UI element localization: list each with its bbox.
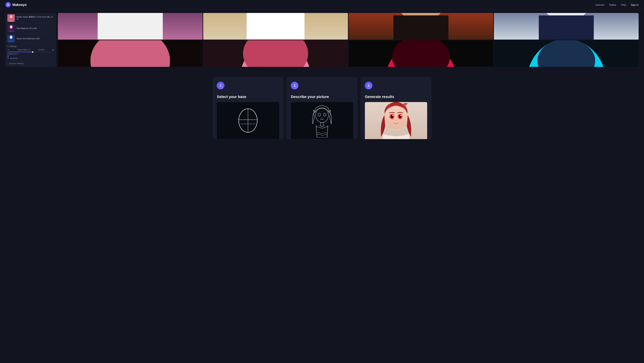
chevron-down-icon: ▾: [8, 45, 8, 48]
step-2-badge: 2: [291, 82, 298, 89]
svg-point-48: [316, 108, 328, 123]
svg-rect-23: [394, 16, 448, 40]
aspect-ratio-row: <> Aspect Ratio: 1:1 512,512: [8, 49, 54, 51]
step-1-badge: 1: [217, 82, 224, 89]
step-1-title: Select your base: [217, 95, 279, 99]
lineart-character-icon: [308, 104, 336, 137]
svg-point-37: [243, 40, 308, 67]
image-grid-wrapper: [58, 13, 638, 67]
svg-point-40: [392, 40, 450, 67]
svg-point-1: [8, 3, 8, 4]
svg-point-3: [10, 15, 12, 18]
svg-point-34: [90, 40, 170, 67]
aspect-ratio-label: Aspect Ratio: 1:1: [18, 49, 30, 51]
step-3-badge: 3: [365, 82, 372, 89]
advanced-label: Advanced: [10, 57, 17, 59]
grid-cell-0[interactable]: [58, 13, 202, 40]
discord-link[interactable]: Discord: [596, 3, 604, 6]
svg-point-5: [10, 25, 12, 29]
image-count-label: Image count: 1: [8, 53, 18, 55]
signin-link[interactable]: Sign In: [631, 3, 638, 6]
grid-cell-4[interactable]: [58, 40, 202, 67]
chevron-right-icon: ›: [8, 63, 8, 65]
sidebar-panel: Miyako Saitou 齋藤都子 | Oshi no Ko 推しの子 Dar…: [6, 13, 56, 67]
step-card-2: 2 Describe your picture: [287, 77, 357, 139]
gear-icon: ⚙: [8, 57, 9, 59]
step-1-image: [217, 102, 279, 139]
arrow-up-icon: [52, 49, 54, 50]
upscaler-row[interactable]: › Upscaler Settings: [6, 62, 56, 66]
grid-cell-7[interactable]: [494, 40, 638, 67]
navbar: Makeayo Discord Twitter FAQ Sign In: [0, 0, 644, 10]
sidebar-item-0[interactable]: Miyako Saitou 齋藤都子 | Oshi no Ko 推しの子: [6, 13, 56, 23]
navbar-left: Makeayo: [6, 2, 27, 8]
svg-rect-29: [539, 16, 594, 40]
arrow-down-icon: [52, 50, 54, 51]
svg-rect-17: [247, 13, 304, 40]
step-2-image: [291, 102, 353, 139]
sidebar-thumb-2: [8, 35, 15, 42]
app-title: Makeayo: [12, 3, 27, 7]
code-brackets-icon: <>: [8, 49, 10, 51]
aspect-arrows[interactable]: [52, 49, 54, 51]
grid-cell-1[interactable]: [203, 13, 348, 40]
aspect-ratio-value: 512,512: [38, 49, 44, 51]
grid-cell-3[interactable]: [494, 13, 638, 40]
settings-label: Settings: [10, 45, 17, 48]
svg-point-60: [392, 115, 393, 116]
sidebar-thumb-1: [8, 25, 15, 32]
image-grid: [58, 13, 638, 67]
aspect-slider-thumb: [32, 51, 33, 53]
svg-rect-11: [98, 13, 163, 40]
count-dot[interactable]: [8, 55, 9, 57]
grid-cell-6[interactable]: [348, 40, 493, 67]
svg-point-7: [10, 36, 12, 39]
step-card-3: 3 Generate results: [361, 77, 431, 139]
sidebar-item-2[interactable]: Samus Aran (Metroid) LoRA: [6, 34, 56, 44]
face-sketch-icon: [236, 105, 260, 136]
svg-point-50: [323, 113, 326, 116]
grid-cell-2[interactable]: [348, 13, 493, 40]
sidebar-item-label-2: Samus Aran (Metroid) LoRA: [16, 37, 40, 40]
sidebar-item-label-0: Miyako Saitou 齋藤都子 | Oshi no Ko 推しの子: [16, 16, 54, 21]
aspect-slider[interactable]: [8, 52, 54, 52]
settings-header[interactable]: ▾ Settings: [8, 45, 54, 48]
app-logo-icon: [6, 2, 11, 8]
settings-section: ▾ Settings <> Aspect Ratio: 1:1 512,512 …: [6, 44, 56, 62]
step-1-header: 1: [217, 82, 279, 89]
aspect-slider-fill: [8, 52, 33, 52]
step-card-1: 1 Select your base: [213, 77, 283, 139]
navbar-right: Discord Twitter FAQ Sign In: [596, 3, 638, 6]
upscaler-label: Upscaler Settings: [9, 63, 24, 65]
svg-point-49: [318, 113, 321, 116]
steps-section: 1 Select your base 2 Describe your pictu…: [0, 67, 644, 149]
step-2-header: 2: [291, 82, 353, 89]
step-2-title: Describe your picture: [291, 95, 353, 99]
step-3-header: 3: [365, 82, 427, 89]
sidebar-thumb-0: [8, 14, 15, 22]
hero-area: Miyako Saitou 齋藤都子 | Oshi no Ko 推しの子 Dar…: [0, 10, 644, 67]
advanced-row[interactable]: ⚙ Advanced: [8, 57, 54, 59]
sidebar-item-1[interactable]: Dark Magician Girl LoRA: [6, 23, 56, 34]
image-count-row: Image count: 1: [8, 53, 54, 55]
svg-point-61: [400, 115, 402, 116]
step-3-image: [365, 102, 427, 139]
sidebar-item-label-1: Dark Magician Girl LoRA: [16, 27, 37, 30]
faq-link[interactable]: FAQ: [621, 3, 626, 6]
step-3-title: Generate results: [365, 95, 427, 99]
grid-cell-5[interactable]: [203, 40, 348, 67]
twitter-link[interactable]: Twitter: [609, 3, 616, 6]
svg-point-0: [6, 2, 11, 8]
